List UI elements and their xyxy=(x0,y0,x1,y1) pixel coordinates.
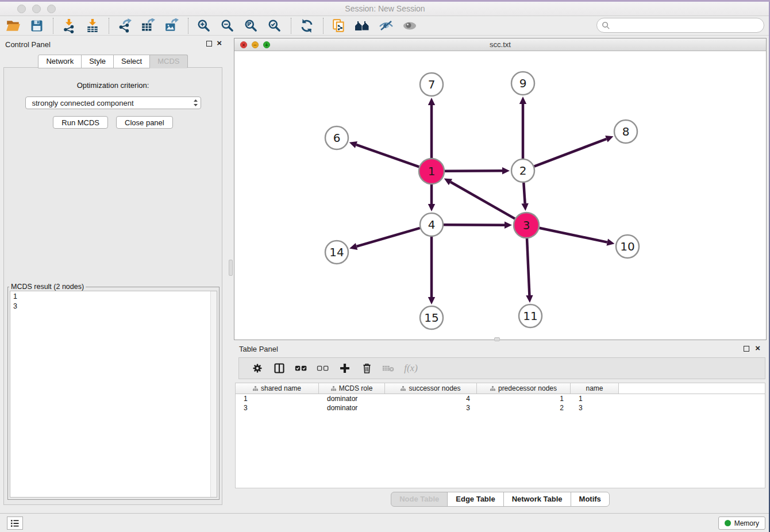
delete-table-icon[interactable] xyxy=(380,360,396,376)
result-scrollbar[interactable] xyxy=(210,291,217,497)
tab-mcds[interactable]: MCDS xyxy=(149,55,187,68)
export-network-icon[interactable] xyxy=(116,17,133,34)
column-header-shared-name[interactable]: shared name xyxy=(236,383,319,394)
control-panel-title: Control Panel xyxy=(5,40,51,49)
graph-edge-arrowhead xyxy=(349,243,357,250)
column-header-predecessor-nodes[interactable]: predecessor nodes xyxy=(477,383,571,394)
export-image-icon[interactable] xyxy=(163,17,180,34)
search-icon xyxy=(602,21,610,30)
status-bar: Memory xyxy=(0,513,770,532)
mcds-result-title: MCDS result (2 nodes) xyxy=(9,283,86,291)
column-layout-icon[interactable] xyxy=(271,360,287,376)
optimization-criterion-label: Optimization criterion: xyxy=(4,81,222,90)
app-title: Session: New Session xyxy=(0,4,770,13)
open-session-icon[interactable] xyxy=(5,17,22,34)
graph-edge-4-14[interactable] xyxy=(357,228,420,246)
toolbar-separator xyxy=(188,18,188,34)
run-mcds-button[interactable]: Run MCDS xyxy=(53,116,108,129)
graph-edge-arrowhead xyxy=(519,97,526,104)
horizontal-splitter-handle[interactable] xyxy=(494,337,500,341)
memory-button[interactable]: Memory xyxy=(718,516,765,530)
graph-node-label: 14 xyxy=(329,245,344,259)
tab-network[interactable]: Network xyxy=(38,55,82,68)
import-table-icon[interactable] xyxy=(84,17,101,34)
float-table-panel-icon[interactable] xyxy=(744,346,749,352)
float-panel-icon[interactable] xyxy=(206,41,212,47)
graph-node-label: 4 xyxy=(428,218,436,232)
criterion-value: strongly connected component xyxy=(32,99,193,107)
deselect-all-icon[interactable] xyxy=(315,360,331,376)
tab-edge-table[interactable]: Edge Table xyxy=(447,492,503,507)
tab-style[interactable]: Style xyxy=(81,55,114,68)
criterion-dropdown[interactable]: strongly connected component xyxy=(25,97,201,109)
network-canvas[interactable]: 1234678910111415 xyxy=(234,51,766,340)
graph-node-label: 10 xyxy=(620,240,634,253)
table-options-icon[interactable] xyxy=(249,360,265,376)
memory-status-icon xyxy=(725,520,731,526)
table-cell: 3 xyxy=(236,404,319,412)
add-column-icon[interactable] xyxy=(337,360,353,376)
delete-column-icon[interactable] xyxy=(359,360,375,376)
toolbar-separator xyxy=(109,18,109,34)
close-panel-button[interactable]: Close panel xyxy=(116,116,173,129)
search-input[interactable] xyxy=(613,21,764,30)
function-builder-icon[interactable]: f(x) xyxy=(402,360,418,376)
list-icon xyxy=(10,519,20,527)
tab-select[interactable]: Select xyxy=(113,55,150,68)
table-row[interactable]: 1dominator411 xyxy=(236,394,765,403)
table-panel-title: Table Panel xyxy=(239,345,278,353)
table-row[interactable]: 3dominator323 xyxy=(236,403,765,413)
clone-network-icon[interactable] xyxy=(330,17,348,34)
close-panel-icon[interactable]: × xyxy=(217,38,222,48)
column-header-mcds-role[interactable]: MCDS role xyxy=(319,383,385,394)
tab-motifs[interactable]: Motifs xyxy=(571,492,610,507)
graph-edge-arrowhead xyxy=(428,204,435,211)
zoom-out-icon[interactable] xyxy=(219,17,236,34)
mcds-panel-body: Optimization criterion: strongly connect… xyxy=(3,67,222,505)
zoom-selected-icon[interactable] xyxy=(266,17,283,34)
table-cell: 1 xyxy=(236,395,319,403)
table-cell: dominator xyxy=(319,395,385,403)
network-overview-icon[interactable] xyxy=(354,17,371,34)
refresh-view-icon[interactable] xyxy=(298,17,315,34)
tab-node-table[interactable]: Node Table xyxy=(391,492,448,507)
graph-edge-4-3[interactable] xyxy=(444,225,505,225)
show-all-icon[interactable] xyxy=(401,17,418,34)
graph-node-label: 6 xyxy=(333,131,341,145)
graph-edge-3-11[interactable] xyxy=(527,238,529,295)
export-table-icon[interactable] xyxy=(140,17,157,34)
table-cell: 3 xyxy=(385,404,477,412)
table-cell: 3 xyxy=(571,404,619,412)
import-network-icon[interactable] xyxy=(60,17,78,34)
node-table[interactable]: shared name MCDS role successor nodes pr… xyxy=(235,383,765,488)
table-panel: Table Panel × f(x) shared name MCDS rol xyxy=(234,342,767,511)
graph-node-label: 11 xyxy=(523,309,537,323)
select-all-icon[interactable] xyxy=(293,360,309,376)
close-table-panel-icon[interactable]: × xyxy=(755,343,760,353)
graph-edge-2-8[interactable] xyxy=(534,139,607,167)
task-history-button[interactable] xyxy=(7,516,23,530)
main-toolbar xyxy=(0,16,770,36)
network-graph[interactable]: 1234678910111415 xyxy=(234,51,766,340)
graph-edge-arrowhead xyxy=(505,222,512,229)
tab-network-table[interactable]: Network Table xyxy=(503,492,571,507)
column-header-name[interactable]: name xyxy=(571,383,619,394)
vertical-splitter-handle[interactable] xyxy=(229,260,233,276)
graph-edge-1-6[interactable] xyxy=(356,145,419,167)
graph-edge-2-3[interactable] xyxy=(523,183,525,203)
graph-node-label: 3 xyxy=(523,218,530,232)
network-window-titlebar[interactable]: × − + scc.txt xyxy=(234,38,766,51)
mcds-result-area[interactable]: 13 xyxy=(10,291,217,498)
zoom-in-icon[interactable] xyxy=(195,17,213,34)
sort-hierarchy-icon xyxy=(401,386,406,391)
graph-edge-1-2[interactable] xyxy=(445,171,502,171)
hide-selected-icon[interactable] xyxy=(378,17,395,34)
zoom-fit-icon[interactable] xyxy=(242,17,260,34)
graph-node-label: 15 xyxy=(424,311,438,325)
graph-edge-3-1[interactable] xyxy=(451,182,515,219)
search-box[interactable] xyxy=(596,18,764,33)
graph-edge-arrowhead xyxy=(428,297,435,304)
save-session-icon[interactable] xyxy=(28,17,45,34)
graph-edge-3-10[interactable] xyxy=(540,228,607,242)
column-header-successor-nodes[interactable]: successor nodes xyxy=(385,383,477,394)
